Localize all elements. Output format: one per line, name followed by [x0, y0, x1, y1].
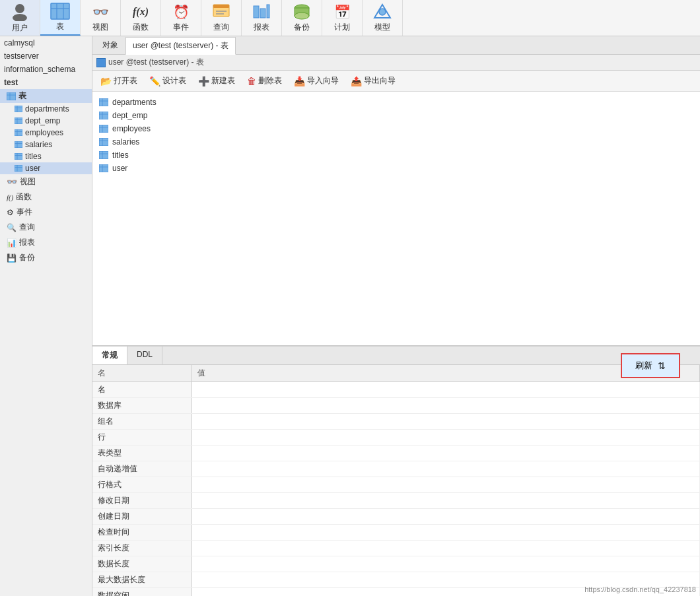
toolbar-model-label: 模型 — [374, 22, 390, 33]
table-list-item-departments[interactable]: departments — [92, 96, 700, 109]
backup-section-icon: 💾 — [7, 253, 17, 263]
property-name: 自动递增值 — [92, 461, 192, 477]
new-table-button[interactable]: ➕ 新建表 — [193, 73, 240, 88]
svg-rect-24 — [15, 117, 22, 124]
table-list-item-employees[interactable]: employees — [92, 122, 700, 135]
property-name: 检查时间 — [92, 525, 192, 541]
bottom-tab-general[interactable]: 常规 — [92, 347, 127, 364]
toolbar-backup-label: 备份 — [294, 22, 310, 33]
design-table-button[interactable]: ✏️ 设计表 — [144, 73, 192, 88]
open-table-button[interactable]: 📂 打开表 — [95, 73, 143, 88]
tab-object[interactable]: 对象 — [95, 36, 125, 54]
backup-icon — [291, 3, 312, 20]
toolbar-backup[interactable]: 备份 — [282, 0, 322, 36]
toolbar-function[interactable]: f(x) 函数 — [121, 0, 161, 36]
toolbar-user[interactable]: 用户 — [0, 0, 40, 36]
tab-current[interactable]: user @test (testserver) - 表 — [125, 37, 236, 55]
delete-icon: 🗑 — [247, 76, 256, 86]
table-list-icon — [99, 138, 108, 146]
open-icon: 📂 — [100, 76, 112, 86]
property-name: 数据长度 — [92, 556, 192, 572]
refresh-overlay[interactable]: 刷新 ⇅ — [621, 353, 680, 378]
event-section-icon: ⚙ — [7, 208, 14, 217]
toolbar-view[interactable]: 👓 视图 — [81, 0, 121, 36]
svg-rect-12 — [267, 5, 269, 18]
property-name: 修改日期 — [92, 493, 192, 509]
property-value — [192, 556, 700, 572]
sidebar-table-titles[interactable]: titles — [0, 150, 92, 162]
svg-point-0 — [15, 4, 24, 13]
toolbar-table[interactable]: 表 — [40, 0, 81, 36]
new-icon: ➕ — [198, 76, 209, 86]
table-list-item-dept-emp[interactable]: dept_emp — [92, 109, 700, 122]
toolbar-query[interactable]: 查询 — [201, 0, 242, 36]
table-list-item-salaries[interactable]: salaries — [92, 135, 700, 149]
table-list-item-user[interactable]: user — [92, 162, 700, 175]
import-label: 导入向导 — [307, 75, 339, 86]
table-row-icon — [15, 106, 22, 112]
sidebar-section-query[interactable]: 🔍 查询 — [0, 220, 92, 235]
property-row: 表类型 — [92, 446, 700, 461]
svg-rect-18 — [7, 92, 16, 100]
main-toolbar: 用户 表 👓 视图 f(x) 函数 ⏰ 事件 查询 报表 备份 📅 — [0, 0, 700, 36]
function-section-icon: f() — [7, 193, 13, 201]
sidebar-section-function[interactable]: f() 函数 — [0, 189, 92, 205]
property-value — [192, 461, 700, 477]
query-section-icon: 🔍 — [7, 223, 17, 232]
delete-table-button[interactable]: 🗑 删除表 — [242, 73, 287, 88]
sidebar-section-event-label: 事件 — [17, 207, 32, 218]
sidebar-section-backup[interactable]: 💾 备份 — [0, 250, 92, 265]
sidebar-section-view-label: 视图 — [20, 176, 36, 187]
sidebar-table-dept-emp-label: dept_emp — [25, 116, 60, 125]
sidebar-db-information-schema[interactable]: information_schema — [0, 63, 92, 76]
property-name: 组名 — [92, 414, 192, 430]
table-list-item-titles[interactable]: titles — [92, 149, 700, 162]
sidebar-section-event[interactable]: ⚙ 事件 — [0, 205, 92, 220]
table-row-icon — [15, 117, 22, 124]
sidebar-db-calmysql[interactable]: calmysql — [0, 36, 92, 50]
properties-scroll[interactable]: 名 值 名数据库组名行表类型自动递增值行格式修改日期创建日期检查时间索引长度数据… — [92, 365, 700, 596]
toolbar-report[interactable]: 报表 — [242, 0, 282, 36]
main-layout: calmysql testserver information_schema t… — [0, 36, 700, 596]
property-value — [192, 509, 700, 525]
sidebar: calmysql testserver information_schema t… — [0, 36, 92, 596]
sidebar-section-table[interactable]: 表 — [0, 89, 92, 103]
table-row-icon — [15, 153, 22, 160]
property-value — [192, 382, 700, 398]
table-row-icon — [15, 141, 22, 148]
property-value — [192, 446, 700, 461]
svg-rect-33 — [15, 153, 22, 160]
export-button[interactable]: 📤 导出向导 — [345, 73, 401, 88]
table-list-label: departments — [112, 98, 157, 107]
sidebar-table-user[interactable]: user — [0, 162, 92, 174]
property-name: 行格式 — [92, 477, 192, 493]
svg-point-15 — [295, 13, 309, 19]
bottom-tab-ddl[interactable]: DDL — [127, 347, 162, 364]
property-row: 数据空闲 — [92, 588, 700, 597]
table-list-icon — [99, 151, 108, 159]
sidebar-table-dept-emp[interactable]: dept_emp — [0, 115, 92, 127]
toolbar-schedule[interactable]: 📅 计划 — [322, 0, 363, 36]
svg-point-1 — [13, 14, 27, 21]
sidebar-table-employees-label: employees — [25, 128, 63, 137]
toolbar-event[interactable]: ⏰ 事件 — [161, 0, 201, 36]
sidebar-db-testserver[interactable]: testserver — [0, 50, 92, 63]
property-row: 数据库 — [92, 398, 700, 414]
sidebar-section-view[interactable]: 👓 视图 — [0, 174, 92, 189]
property-value — [192, 525, 700, 541]
view-icon: 👓 — [90, 3, 111, 20]
sidebar-db-test[interactable]: test — [0, 76, 92, 89]
property-row: 自动递增值 — [92, 461, 700, 477]
property-name: 名 — [92, 382, 192, 398]
sidebar-table-salaries[interactable]: salaries — [0, 139, 92, 150]
property-value — [192, 430, 700, 446]
sidebar-table-departments[interactable]: departments — [0, 103, 92, 115]
property-name: 索引长度 — [92, 541, 192, 556]
property-value — [192, 493, 700, 509]
import-button[interactable]: 📥 导入向导 — [289, 73, 344, 88]
bottom-tab-ddl-label: DDL — [137, 350, 153, 359]
sidebar-section-report[interactable]: 📊 报表 — [0, 235, 92, 250]
sidebar-table-employees[interactable]: employees — [0, 127, 92, 139]
table-list-icon — [99, 125, 108, 133]
toolbar-model[interactable]: 模型 — [363, 0, 403, 36]
